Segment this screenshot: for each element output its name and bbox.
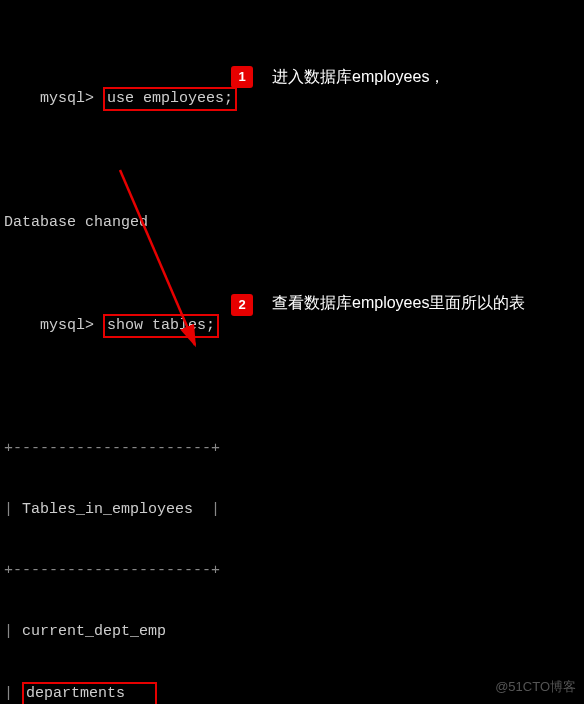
response-use: Database changed: [4, 213, 580, 233]
terminal: mysql> use employees; 1 进入数据库employees， …: [0, 0, 584, 704]
hl-departments: departments: [22, 682, 157, 704]
cmd-show: show tables;: [103, 314, 219, 338]
table-sep: +----------------------+: [4, 561, 580, 581]
table-row: current_dept_emp: [22, 623, 166, 640]
watermark: @51CTO博客: [495, 678, 576, 696]
tables-header: Tables_in_employees: [22, 501, 193, 518]
badge-2: 2: [231, 294, 253, 316]
prompt: mysql>: [40, 317, 94, 334]
prompt: mysql>: [40, 90, 94, 107]
badge-1: 1: [231, 66, 253, 88]
annotation-1: 进入数据库employees，: [272, 66, 445, 88]
cmd-use: use employees;: [103, 87, 237, 111]
table-sep: +----------------------+: [4, 439, 580, 459]
annotation-2: 查看数据库employees里面所以的表: [272, 292, 572, 314]
